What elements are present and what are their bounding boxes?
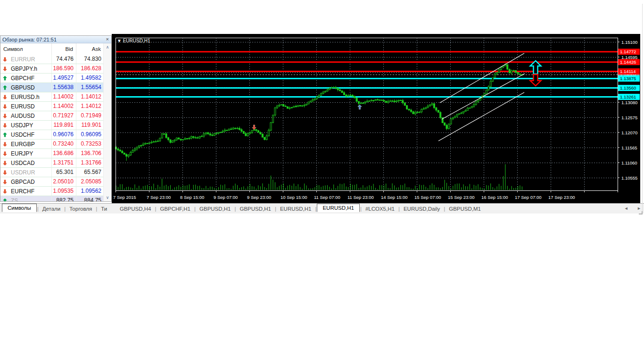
market-watch-row[interactable]: EURGBP0.732400.73253: [0, 140, 104, 149]
market-watch-row[interactable]: USDCAD1.317511.31766: [0, 158, 104, 168]
ask-value: 884.75: [76, 196, 104, 201]
chart-tab-GBPUSD-H1[interactable]: GBPUSD,H1: [236, 206, 274, 212]
svg-text:1.12070: 1.12070: [621, 130, 637, 135]
bid-value: 74.476: [52, 55, 76, 64]
market-watch-row[interactable]: GBPUSD1.556381.55654: [0, 83, 104, 92]
bid-value: 186.590: [52, 64, 76, 73]
tabs-scroll-right-icon[interactable]: ►: [637, 206, 641, 211]
down-arrow-icon: [3, 57, 7, 62]
market-watch-row[interactable]: USDJPY119.891119.901: [0, 121, 104, 130]
bid-value: 1.09535: [52, 187, 76, 196]
market-watch-header[interactable]: Обзор рынка: 07:21:51 ×: [0, 36, 111, 43]
symbol-cell: GBPUSD: [0, 83, 52, 92]
market-watch-scrollbar[interactable]: ∧ ∨: [103, 43, 111, 201]
market-watch-row[interactable]: EURUSD1.140021.14012: [0, 102, 104, 111]
symbol-cell: USDRUR: [0, 168, 52, 177]
market-watch-row[interactable]: EURCHF1.095351.09562: [0, 187, 104, 196]
symbol-name: GBPJPY.h: [11, 66, 37, 72]
panel-tab-Детали[interactable]: Детали: [39, 206, 64, 212]
ask-value: 1.09562: [76, 187, 104, 196]
svg-text:17 Sep 23:00: 17 Sep 23:00: [548, 195, 575, 200]
chart-tab-EURUSD-H1[interactable]: EURUSD,H1: [317, 204, 359, 212]
symbol-cell: AUDUSD: [0, 111, 52, 120]
tab-scroll-arrows: ◄ ►: [617, 206, 641, 211]
panel-tab-Символы[interactable]: Символы: [2, 204, 37, 212]
svg-text:▼ EURUSD,H1: ▼ EURUSD,H1: [117, 38, 150, 43]
chart-tab-#LCOX5-H1[interactable]: #LCOX5,H1: [362, 206, 398, 212]
symbol-cell: USDJPY: [0, 121, 52, 130]
window-edge-divider: [642, 4, 643, 214]
chart-window[interactable]: 1.151001.145951.140901.135851.130801.125…: [112, 34, 640, 203]
market-watch-row[interactable]: USDRUR65.30165.567: [0, 168, 104, 177]
chart-tab-EURUSD-Daily[interactable]: EURUSD,Daily: [400, 206, 443, 212]
chart-tab-bar: GBPUSD,H4|GBPCHF,H1|GBPUSD,H1|GBPUSD,H1|…: [112, 203, 644, 214]
chart-tab-GBPUSD-H4[interactable]: GBPUSD,H4: [116, 206, 154, 212]
bid-value: 2.05010: [52, 177, 76, 186]
price-chart[interactable]: 1.151001.145951.140901.135851.130801.125…: [112, 34, 640, 203]
ask-value: 1.31766: [76, 158, 104, 167]
svg-text:10 Sep 15:00: 10 Sep 15:00: [281, 195, 307, 200]
symbol-name: EURUSD: [11, 103, 35, 110]
column-header-symbol[interactable]: Символ: [0, 43, 52, 55]
svg-text:1.13261: 1.13261: [620, 94, 636, 99]
ask-value: 74.830: [76, 55, 104, 64]
market-watch-row[interactable]: EURJPY136.686136.706: [0, 149, 104, 158]
symbol-name: USDRUR: [11, 169, 35, 176]
panel-tab-Торговля[interactable]: Торговля: [66, 206, 95, 212]
chart-tab-GBPCHF-H1[interactable]: GBPCHF,H1: [157, 206, 194, 212]
market-watch-row[interactable]: GBPCHF1.495271.49582: [0, 74, 104, 83]
bid-value: 136.686: [52, 149, 76, 158]
svg-text:11 Sep 07:00: 11 Sep 07:00: [314, 195, 340, 200]
ask-value: 1.49582: [76, 74, 104, 82]
bid-value: 1.14002: [52, 102, 76, 111]
close-icon[interactable]: ×: [106, 36, 109, 43]
symbol-name: GBPCHF: [11, 75, 34, 82]
bid-value: 1.55638: [52, 83, 76, 92]
svg-text:1.15100: 1.15100: [621, 40, 637, 45]
svg-text:1.12575: 1.12575: [621, 115, 637, 120]
symbol-name: EURJPY: [11, 150, 33, 157]
svg-text:7 Sep 23:00: 7 Sep 23:00: [147, 195, 171, 200]
market-watch-row[interactable]: EURUSD.h1.140021.14012: [0, 92, 104, 102]
symbol-name: EURGBP: [11, 141, 35, 148]
symbol-name: EURCHF: [11, 188, 34, 195]
svg-text:16 Sep 15:00: 16 Sep 15:00: [481, 195, 508, 200]
resize-grip[interactable]: [639, 211, 643, 214]
scroll-up-icon[interactable]: ∧: [104, 45, 111, 49]
market-watch-row[interactable]: GBPCAD2.050102.05085: [0, 177, 104, 187]
column-header-ask[interactable]: Ask: [76, 43, 104, 55]
market-watch-row[interactable]: ZS882.75884.75: [0, 196, 104, 201]
symbol-cell: EURJPY: [0, 149, 52, 158]
column-header-bid[interactable]: Bid: [52, 43, 76, 55]
bid-value: 1.14002: [52, 92, 76, 101]
svg-text:1.11565: 1.11565: [621, 145, 637, 150]
panel-tab-Ти[interactable]: Ти: [98, 206, 110, 212]
scroll-down-icon[interactable]: ∨: [104, 195, 111, 200]
market-watch-row[interactable]: EURRUR74.47674.830: [0, 55, 104, 64]
down-arrow-icon: [3, 95, 7, 99]
symbol-cell: EURGBP: [0, 140, 52, 148]
market-watch-row[interactable]: USDCHF0.960760.96095: [0, 130, 104, 140]
symbol-name: USDJPY: [11, 122, 33, 129]
market-watch-row[interactable]: AUDUSD0.719270.71949: [0, 111, 104, 121]
down-arrow-icon: [3, 66, 7, 71]
up-arrow-icon: [3, 132, 7, 137]
chart-tab-GBPUSD-H1[interactable]: GBPUSD,H1: [196, 206, 234, 212]
up-arrow-icon: [3, 85, 7, 90]
svg-text:14 Sep 15:00: 14 Sep 15:00: [381, 195, 408, 200]
chart-tab-GBPUSD-M1[interactable]: GBPUSD,M1: [446, 206, 484, 212]
bid-value: 0.71927: [52, 111, 76, 120]
chart-tabs: GBPUSD,H4|GBPCHF,H1|GBPUSD,H1|GBPUSD,H1|…: [116, 205, 484, 212]
down-arrow-icon: [3, 123, 7, 128]
symbol-name: EURUSD.h: [11, 94, 40, 100]
ask-value: 65.567: [76, 168, 104, 177]
ask-value: 119.901: [76, 121, 104, 130]
market-watch-row[interactable]: GBPJPY.h186.590186.628: [0, 64, 104, 74]
tabs-scroll-left-icon[interactable]: ◄: [624, 206, 628, 211]
down-arrow-icon: [3, 114, 7, 118]
symbol-cell: GBPCAD: [0, 177, 52, 186]
chart-tab-EURUSD-H1[interactable]: EURUSD,H1: [277, 206, 314, 212]
down-arrow-icon: [3, 104, 7, 109]
svg-text:11 Sep 23:00: 11 Sep 23:00: [347, 195, 374, 200]
bid-value: 0.96076: [52, 130, 76, 139]
